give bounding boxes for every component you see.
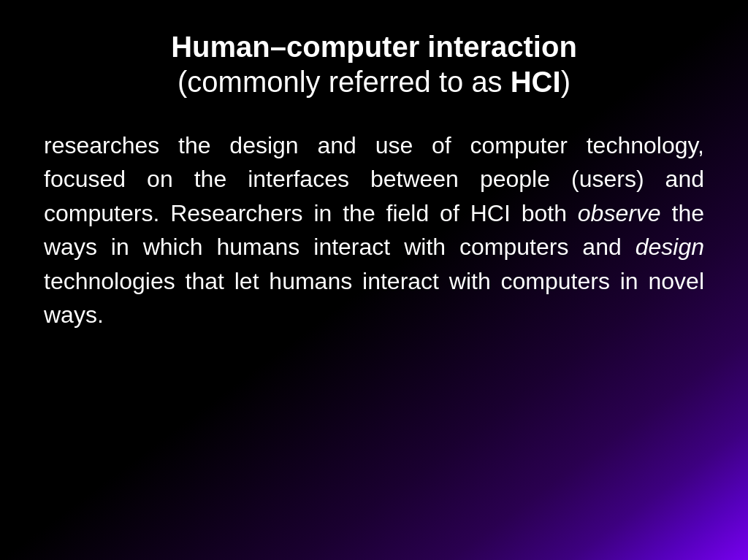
body-italic1: observe (578, 200, 661, 226)
body-part3: technologies that let humans interact wi… (44, 268, 704, 328)
body-italic2: design (636, 234, 704, 260)
body-text: researches the design and use of compute… (44, 129, 704, 331)
title-line1: Human–computer interaction (171, 29, 577, 64)
slide: Human–computer interaction (commonly ref… (0, 0, 748, 560)
title-normal-text: (commonly referred to as (178, 66, 511, 98)
title-section: Human–computer interaction (commonly ref… (171, 29, 577, 99)
title-paren-end: ) (561, 66, 570, 98)
title-line2: (commonly referred to as HCI) (171, 64, 577, 99)
title-hci: HCI (511, 66, 561, 98)
